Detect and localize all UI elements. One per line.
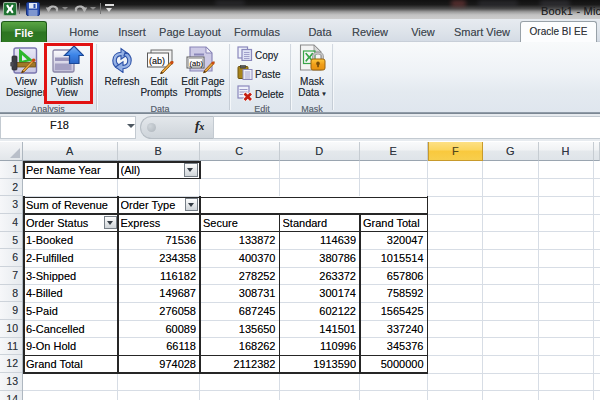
svg-text:(ab): (ab) <box>149 56 165 66</box>
svg-text:(ab): (ab) <box>190 59 204 68</box>
